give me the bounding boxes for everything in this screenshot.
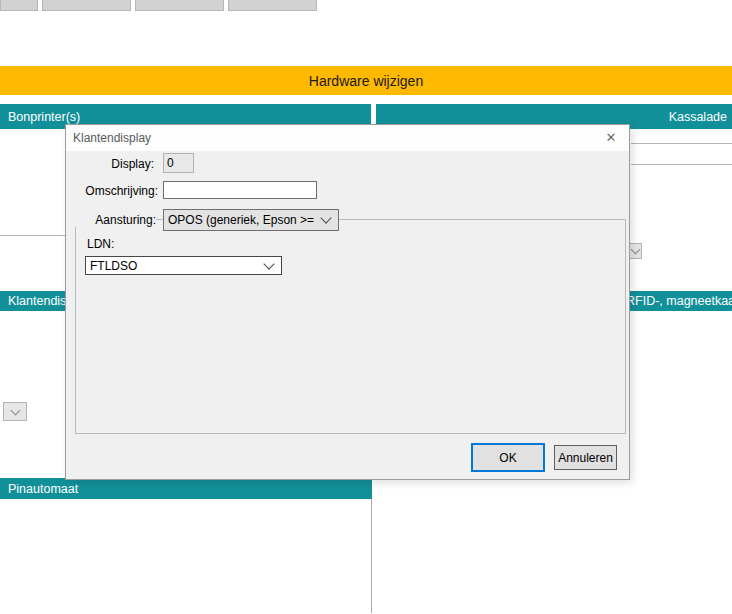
dialog-titlebar[interactable]: Klantendisplay ✕ xyxy=(66,125,629,151)
cancel-button-label: Annuleren xyxy=(558,451,613,465)
omschrijving-label: Omschrijving: xyxy=(66,184,158,198)
aansturing-select[interactable]: OPOS (generiek, Epson >= 2.60) xyxy=(163,209,339,231)
ldn-label: LDN: xyxy=(87,237,147,251)
toolbar-button[interactable] xyxy=(42,0,131,11)
right-panel-divider xyxy=(631,164,732,165)
section-header-label: Pinautomaat xyxy=(0,482,78,496)
klantendisplay-dialog: Klantendisplay ✕ Display: 0 Omschrijving… xyxy=(65,124,630,480)
chevron-down-icon xyxy=(10,405,20,415)
aansturing-value: OPOS (generiek, Epson >= 2.60) xyxy=(168,213,318,227)
ok-button-label: OK xyxy=(499,451,516,465)
section-header-label: RFID-, magneetkaa xyxy=(626,294,732,308)
ldn-value: FTLDSO xyxy=(90,259,261,273)
omschrijving-field[interactable] xyxy=(163,181,317,199)
chevron-down-icon xyxy=(630,245,640,255)
left-panel-dropdown[interactable] xyxy=(3,402,27,421)
cancel-button[interactable]: Annuleren xyxy=(554,445,617,470)
right-panel-divider xyxy=(631,143,732,144)
dialog-title: Klantendisplay xyxy=(73,125,151,151)
aansturing-groupbox xyxy=(75,219,626,434)
chevron-down-icon xyxy=(320,212,331,223)
aansturing-label: Aansturing: xyxy=(66,213,156,227)
banner-title: Hardware wijzigen xyxy=(309,73,423,89)
section-header-label: Bonprinter(s) xyxy=(0,110,80,124)
close-icon[interactable]: ✕ xyxy=(601,128,621,148)
ok-button[interactable]: OK xyxy=(471,443,545,472)
hardware-wijzigen-banner: Hardware wijzigen xyxy=(0,66,732,95)
right-panel-dropdown[interactable] xyxy=(628,243,642,259)
toolbar-button[interactable] xyxy=(0,0,38,11)
section-header-label: Kassalade xyxy=(669,110,732,124)
toolbar-button[interactable] xyxy=(228,0,317,11)
display-field[interactable]: 0 xyxy=(163,153,194,173)
display-label: Display: xyxy=(66,157,154,171)
section-header-pinautomaat: Pinautomaat xyxy=(0,478,372,499)
chevron-down-icon xyxy=(263,258,274,269)
toolbar-button[interactable] xyxy=(135,0,224,11)
ldn-select[interactable]: FTLDSO xyxy=(85,256,282,275)
panel-vertical-divider xyxy=(371,499,372,613)
left-panel-divider xyxy=(0,235,66,236)
